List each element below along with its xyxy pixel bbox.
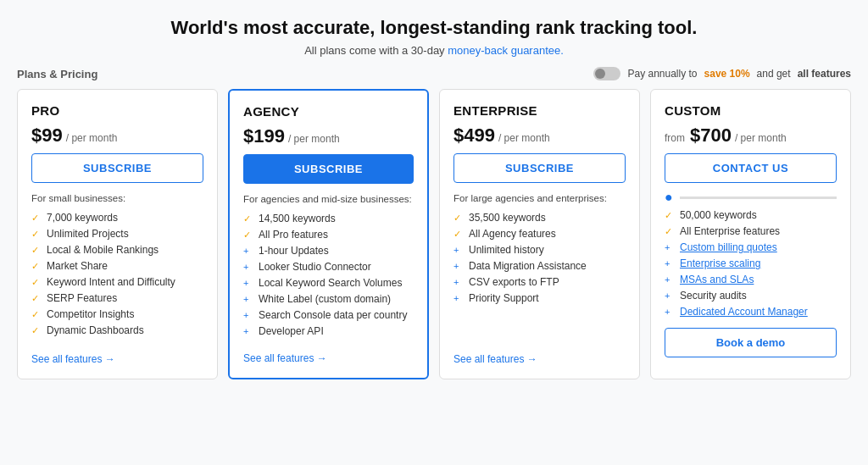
feature-text: Unlimited history: [469, 244, 544, 256]
plan-price-pro: $99: [31, 125, 63, 147]
toggle-text: Pay annually to: [627, 68, 697, 80]
check-icon: ✓: [31, 229, 42, 240]
feature-text: All Pro features: [259, 229, 328, 241]
list-item: ✓Unlimited Projects: [31, 228, 203, 240]
list-item: ✓35,500 keywords: [453, 212, 626, 224]
all-features-text: all features: [798, 68, 851, 80]
check-icon: ✓: [243, 230, 253, 241]
plus-icon: +: [243, 262, 253, 272]
feature-text: Keyword Intent and Difficulty: [47, 276, 175, 288]
and-text: and get: [757, 68, 791, 80]
list-item: ✓Competitor Insights: [31, 308, 203, 320]
list-item: +Security audits: [665, 290, 837, 302]
subscribe-btn-custom[interactable]: CONTACT US: [665, 153, 837, 183]
plan-card-pro: PRO$99/ per monthSUBSCRIBEFor small busi…: [17, 89, 218, 379]
subscribe-btn-enterprise[interactable]: SUBSCRIBE: [453, 153, 626, 183]
list-item: +Search Console data per country: [243, 309, 414, 321]
plus-icon: +: [665, 307, 675, 317]
see-all-enterprise[interactable]: See all features →: [453, 345, 626, 365]
feature-text: Competitor Insights: [47, 308, 134, 320]
feature-text: CSV exports to FTP: [469, 276, 559, 288]
list-item: +Looker Studio Connector: [243, 261, 414, 273]
list-item: ✓SERP Features: [31, 292, 203, 304]
feature-text: Search Console data per country: [259, 309, 407, 321]
plus-icon: +: [665, 274, 675, 285]
plus-icon: +: [453, 293, 464, 303]
plan-price-agency: $199: [243, 125, 285, 147]
plan-price-from-custom: from: [665, 132, 685, 144]
plan-price-period-pro: / per month: [66, 132, 118, 144]
billing-toggle-row: Pay annually to save 10% and get all fea…: [593, 67, 851, 80]
book-demo-button[interactable]: Book a demo: [665, 328, 837, 357]
plan-price-custom: $700: [690, 125, 732, 147]
feature-text: All Agency features: [469, 228, 556, 240]
plus-icon: +: [243, 246, 253, 256]
plus-icon: +: [243, 326, 253, 336]
list-item: ✓Keyword Intent and Difficulty: [31, 276, 203, 288]
check-icon: ✓: [31, 245, 42, 256]
plan-card-custom: CUSTOMfrom$700/ per monthCONTACT US●✓50,…: [650, 89, 851, 379]
feature-text: 50,000 keywords: [680, 209, 757, 221]
check-icon: ✓: [665, 226, 675, 237]
list-item: ✓Market Share: [31, 260, 203, 272]
feature-text: 14,500 keywords: [259, 213, 336, 224]
list-item: ✓All Agency features: [453, 228, 626, 240]
check-icon: ✓: [665, 210, 675, 221]
check-icon: ✓: [31, 277, 42, 288]
plans-pricing-label: Plans & Pricing: [17, 68, 97, 80]
subscribe-btn-agency[interactable]: SUBSCRIBE: [243, 154, 414, 184]
list-item: +CSV exports to FTP: [453, 276, 626, 288]
list-item: ✓50,000 keywords: [665, 209, 837, 221]
feature-list-custom: ●✓50,000 keywords✓All Enterprise feature…: [665, 191, 837, 318]
feature-text: Looker Studio Connector: [259, 261, 371, 273]
feature-text: White Label (custom domain): [259, 293, 391, 305]
feature-text: Developer API: [259, 325, 324, 337]
plus-icon: +: [243, 294, 253, 304]
plan-price-period-enterprise: / per month: [498, 132, 550, 144]
list-item: +Priority Support: [453, 292, 626, 304]
money-back-link[interactable]: money-back guarantee.: [448, 44, 564, 57]
feature-text: Priority Support: [469, 292, 539, 304]
feature-link[interactable]: Enterprise scaling: [680, 257, 760, 269]
feature-link[interactable]: Dedicated Account Manager: [680, 306, 808, 318]
check-icon: ✓: [31, 261, 42, 272]
feature-link[interactable]: Custom billing quotes: [680, 241, 777, 253]
list-item: ✓Local & Mobile Rankings: [31, 244, 203, 256]
list-item: +White Label (custom domain): [243, 293, 414, 305]
plan-divider: [680, 197, 837, 199]
plan-price-period-agency: / per month: [288, 133, 340, 145]
plan-price-row-pro: $99/ per month: [31, 125, 203, 147]
feature-text: 1-hour Updates: [259, 245, 329, 257]
list-item: ✓7,000 keywords: [31, 212, 203, 224]
see-all-pro[interactable]: See all features →: [31, 345, 203, 365]
plus-icon: +: [453, 245, 464, 255]
subscribe-btn-pro[interactable]: SUBSCRIBE: [31, 153, 203, 183]
list-item: +Dedicated Account Manager: [665, 306, 837, 318]
see-all-agency[interactable]: See all features →: [243, 344, 414, 364]
plus-icon: +: [453, 277, 464, 287]
plan-name-enterprise: ENTERPRISE: [453, 103, 626, 118]
plus-icon: +: [665, 258, 675, 268]
check-icon: ✓: [31, 325, 42, 336]
list-item: ●: [665, 191, 837, 205]
annual-toggle[interactable]: [593, 67, 620, 80]
feature-link[interactable]: MSAs and SLAs: [680, 274, 754, 285]
feature-text: Dynamic Dashboards: [47, 324, 144, 336]
list-item: ✓Dynamic Dashboards: [31, 324, 203, 336]
plus-icon: +: [243, 310, 253, 320]
save-text: save 10%: [704, 68, 750, 80]
plan-price-row-agency: $199/ per month: [243, 125, 414, 147]
list-item: +Unlimited history: [453, 244, 626, 256]
list-item: +Data Migration Assistance: [453, 260, 626, 272]
plan-price-row-custom: from$700/ per month: [665, 125, 837, 147]
plus-icon: +: [243, 278, 253, 288]
plan-price-row-enterprise: $499/ per month: [453, 125, 626, 147]
feature-list-enterprise: ✓35,500 keywords✓All Agency features+Unl…: [453, 212, 626, 304]
plan-name-custom: CUSTOM: [665, 103, 837, 118]
check-icon: ✓: [453, 229, 464, 240]
page-title: World's most accurate, longest-standing …: [17, 17, 851, 39]
feature-text: SERP Features: [47, 292, 117, 304]
plan-name-pro: PRO: [31, 103, 203, 118]
feature-text: Unlimited Projects: [47, 228, 129, 240]
list-item: ✓All Enterprise features: [665, 225, 837, 237]
